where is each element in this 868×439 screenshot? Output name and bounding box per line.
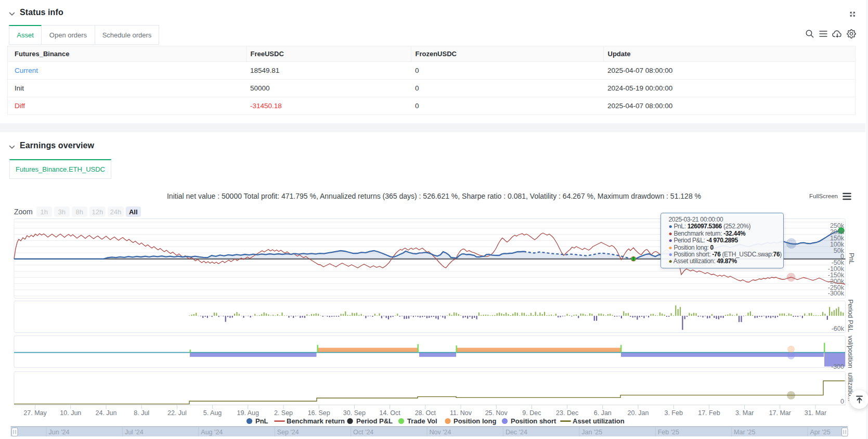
svg-text:25. Nov: 25. Nov — [485, 409, 508, 417]
svg-text:Position short: Position short — [511, 417, 556, 425]
svg-text:Jul '24: Jul '24 — [125, 429, 144, 436]
svg-text:PnL: PnL — [255, 417, 268, 425]
svg-text:Aug '24: Aug '24 — [201, 429, 223, 436]
svg-text:Position long: Position long — [454, 417, 496, 425]
svg-text:Jun '24: Jun '24 — [49, 429, 70, 436]
svg-text:17. Mar: 17. Mar — [769, 409, 791, 417]
svg-text:Mar '25: Mar '25 — [734, 429, 755, 436]
svg-text:5. Aug: 5. Aug — [203, 409, 222, 417]
svg-text:-60k: -60k — [832, 325, 845, 332]
svg-text:Period P&L: Period P&L — [356, 417, 393, 425]
svg-text:14. Oct: 14. Oct — [379, 409, 400, 417]
svg-text:0: 0 — [840, 398, 844, 405]
svg-text:Jan '25: Jan '25 — [581, 429, 602, 436]
svg-text:Sep '24: Sep '24 — [277, 429, 299, 436]
svg-text:24. Jun: 24. Jun — [95, 409, 116, 417]
svg-text:Nov '24: Nov '24 — [430, 429, 451, 436]
svg-text:PnL: PnL — [848, 253, 855, 264]
svg-text:Trade Vol: Trade Vol — [407, 417, 437, 425]
svg-text:22. Jul: 22. Jul — [167, 409, 187, 417]
svg-text:Apr '25: Apr '25 — [810, 429, 831, 436]
svg-text:3. Feb: 3. Feb — [664, 409, 682, 417]
svg-text:30. Sep: 30. Sep — [343, 409, 366, 417]
svg-text:16. Sep: 16. Sep — [308, 409, 330, 417]
svg-text:Asset utilization: Asset utilization — [573, 417, 625, 425]
svg-text:20. Jan: 20. Jan — [627, 409, 649, 417]
svg-text:8. Jul: 8. Jul — [134, 409, 149, 417]
svg-text:vol/position: vol/position — [847, 335, 854, 368]
svg-text:17. Feb: 17. Feb — [698, 409, 720, 417]
svg-text:Oct '24: Oct '24 — [353, 429, 373, 436]
svg-text:19. Aug: 19. Aug — [237, 409, 259, 417]
svg-text:-300k: -300k — [828, 290, 845, 297]
svg-text:Benchmark return: Benchmark return — [287, 417, 345, 425]
svg-text:27. May: 27. May — [23, 409, 47, 417]
svg-text:31. Mar: 31. Mar — [805, 409, 826, 417]
svg-text:2. Sep: 2. Sep — [274, 409, 293, 417]
svg-text:Period P&L: Period P&L — [847, 299, 854, 332]
svg-text:28. Oct: 28. Oct — [415, 409, 436, 417]
svg-text:9. Dec: 9. Dec — [522, 409, 541, 417]
svg-text:-300: -300 — [831, 363, 844, 370]
svg-text:Feb '25: Feb '25 — [658, 429, 679, 436]
svg-text:11. Nov: 11. Nov — [450, 409, 472, 417]
svg-text:10. Jun: 10. Jun — [60, 409, 81, 417]
svg-text:Dec '24: Dec '24 — [506, 429, 527, 436]
svg-text:6. Jan: 6. Jan — [594, 409, 612, 417]
svg-text:3. Mar: 3. Mar — [735, 409, 754, 417]
svg-text:23. Dec: 23. Dec — [556, 409, 578, 417]
